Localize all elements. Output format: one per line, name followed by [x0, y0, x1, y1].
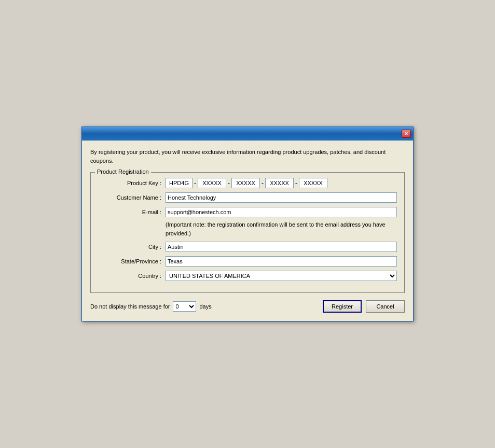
- dash-1: -: [194, 179, 196, 187]
- close-icon: ✕: [404, 131, 408, 136]
- intro-text: By registering your product, you will re…: [90, 148, 405, 165]
- product-key-fields: - - - -: [166, 178, 327, 188]
- country-label: Country :: [98, 273, 166, 279]
- state-input[interactable]: [166, 256, 397, 267]
- group-legend: Product Registration: [95, 169, 151, 175]
- bottom-row: Do not display this message for 0 1 3 7 …: [90, 300, 405, 313]
- product-registration-group: Product Registration Product Key : - - -…: [90, 172, 405, 293]
- city-input[interactable]: [166, 242, 397, 252]
- country-row: Country : UNITED STATES OF AMERICA CANAD…: [98, 271, 397, 281]
- customer-name-input[interactable]: [166, 192, 397, 203]
- dash-4: -: [295, 179, 297, 187]
- key-segment-1[interactable]: [166, 178, 192, 188]
- email-row: E-mail :: [98, 207, 397, 217]
- close-button[interactable]: ✕: [402, 130, 411, 138]
- key-segment-2[interactable]: [198, 178, 226, 188]
- action-buttons: Register Cancel: [323, 300, 405, 313]
- key-segment-5[interactable]: [299, 178, 327, 188]
- key-segment-3[interactable]: [231, 178, 260, 188]
- window-body: By registering your product, you will re…: [82, 141, 413, 321]
- key-segment-4[interactable]: [265, 178, 294, 188]
- state-label: State/Province :: [98, 258, 166, 264]
- registration-dialog: ✕ By registering your product, you will …: [81, 127, 414, 321]
- cancel-button[interactable]: Cancel: [366, 300, 405, 313]
- do-not-display-section: Do not display this message for 0 1 3 7 …: [90, 301, 212, 312]
- customer-name-label: Customer Name :: [98, 194, 166, 201]
- customer-name-row: Customer Name :: [98, 192, 397, 203]
- title-bar: ✕: [82, 127, 413, 141]
- product-key-label: Product Key :: [98, 180, 166, 186]
- dash-3: -: [262, 179, 264, 187]
- country-select[interactable]: UNITED STATES OF AMERICA CANADA UNITED K…: [166, 271, 397, 281]
- do-not-display-label: Do not display this message for: [90, 303, 170, 310]
- email-note: (Important note: the registration confir…: [166, 220, 397, 237]
- days-label: days: [199, 303, 211, 310]
- email-input[interactable]: [166, 207, 397, 217]
- dash-2: -: [228, 179, 230, 187]
- state-row: State/Province :: [98, 256, 397, 267]
- register-button[interactable]: Register: [323, 300, 362, 313]
- days-select[interactable]: 0 1 3 7 14 30: [173, 301, 196, 312]
- city-label: City :: [98, 244, 166, 250]
- city-row: City :: [98, 242, 397, 252]
- product-key-row: Product Key : - - - -: [98, 178, 397, 188]
- email-label: E-mail :: [98, 209, 166, 215]
